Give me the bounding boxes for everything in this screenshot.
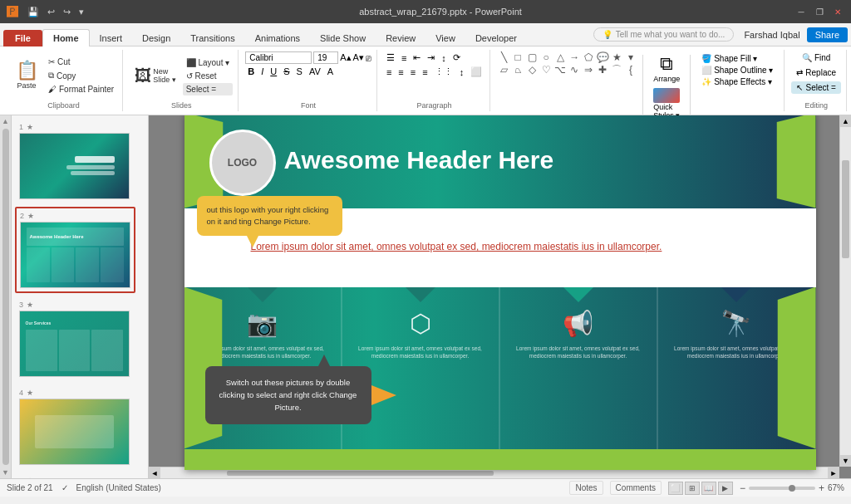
logo-circle[interactable]: LOGO — [209, 130, 276, 196]
arrange-button[interactable]: ⧉ Arrange — [648, 51, 685, 85]
v-scrollbar[interactable]: ▲ ▼ — [839, 115, 851, 467]
normal-view-btn[interactable]: ⬜ — [668, 482, 683, 495]
shape-trap[interactable]: ⏢ — [511, 64, 524, 76]
shadow-btn[interactable]: S — [294, 66, 305, 77]
shape-line[interactable]: ╲ — [497, 51, 510, 63]
tab-home[interactable]: Home — [42, 29, 90, 46]
save-quickbtn[interactable]: 💾 — [25, 6, 42, 18]
new-slide-button[interactable]: 🖼 NewSlide ▾ — [130, 63, 181, 89]
justify-btn[interactable]: ≡ — [420, 66, 430, 78]
tell-me-input[interactable]: 💡 Tell me what you want to do... — [593, 27, 735, 42]
tab-file[interactable]: File — [3, 30, 42, 46]
format-painter-button[interactable]: 🖌 Format Painter — [45, 83, 117, 95]
minimize-btn[interactable]: ─ — [794, 5, 808, 18]
close-btn[interactable]: ✕ — [831, 5, 844, 18]
slide-thumb-1[interactable]: 1 ★ — [15, 119, 135, 203]
shape-arc[interactable]: ⌒ — [610, 64, 623, 76]
slide-thumb-2[interactable]: 2 ★ Awesome Header Here — [15, 207, 135, 293]
shape-star[interactable]: ★ — [610, 51, 623, 63]
tab-developer[interactable]: Developer — [465, 30, 527, 46]
tab-animations[interactable]: Animations — [245, 30, 310, 46]
tab-review[interactable]: Review — [376, 30, 426, 46]
font-name-input[interactable] — [245, 51, 312, 64]
slide-thumb-5[interactable]: 5 ★ Financials — [15, 472, 135, 478]
text-direction-btn[interactable]: ↕ — [439, 52, 449, 64]
comments-button[interactable]: Comments — [610, 481, 662, 495]
shape-arrow[interactable]: → — [568, 51, 581, 63]
redo-quickbtn[interactable]: ↪ — [61, 6, 73, 18]
find-button[interactable]: 🔍 Find — [797, 51, 835, 64]
charspacing-btn[interactable]: AV — [307, 66, 323, 77]
shape-fill-button[interactable]: 🪣 Shape Fill ▾ — [699, 53, 775, 64]
reset-button[interactable]: ↺ Reset — [183, 70, 234, 82]
shape-brace[interactable]: { — [624, 64, 637, 76]
align-right-btn[interactable]: ≡ — [408, 66, 418, 78]
zoom-slider[interactable] — [749, 487, 815, 490]
tab-design[interactable]: Design — [132, 30, 180, 46]
lorem-text[interactable]: Lorem ipsum dolor sit amet, omnes volutp… — [251, 239, 662, 255]
shape-pentagon[interactable]: ⬠ — [582, 51, 595, 63]
columns-btn[interactable]: ⋮⋮ — [432, 66, 455, 78]
h-scroll-left[interactable]: ◄ — [149, 467, 160, 479]
increase-font-btn[interactable]: A▴ — [340, 52, 351, 63]
section-button[interactable]: Select = — [183, 83, 234, 95]
h-scroll-right[interactable]: ► — [828, 467, 839, 479]
strikethrough-btn[interactable]: S — [281, 66, 292, 77]
shape-heart[interactable]: ♡ — [539, 64, 553, 76]
convert-smartart-btn[interactable]: ⟳ — [450, 51, 463, 64]
share-button[interactable]: Share — [807, 27, 848, 42]
text-box-btn[interactable]: ⬜ — [468, 66, 485, 78]
customize-quickbtn[interactable]: ▾ — [76, 6, 86, 18]
tab-slideshow[interactable]: Slide Show — [310, 30, 376, 46]
tab-view[interactable]: View — [426, 30, 465, 46]
clear-format-btn[interactable]: ⎚ — [366, 53, 371, 63]
restore-btn[interactable]: ❐ — [813, 5, 826, 18]
zoom-in-btn[interactable]: + — [819, 482, 824, 494]
decrease-font-btn[interactable]: A▾ — [353, 52, 364, 63]
decrease-indent-btn[interactable]: ⇤ — [411, 51, 423, 64]
slide-thumb-3[interactable]: 3 ★ Our Services — [15, 296, 135, 381]
shape-chevron[interactable]: ⌥ — [553, 64, 567, 76]
shape-rect[interactable]: □ — [511, 51, 524, 63]
slideshow-btn[interactable]: ▶ — [718, 482, 733, 495]
shape-callout[interactable]: 💬 — [596, 51, 609, 63]
shape-block-arrow[interactable]: ⇒ — [582, 64, 595, 76]
tab-insert[interactable]: Insert — [90, 30, 133, 46]
shape-diamond[interactable]: ◇ — [525, 64, 539, 76]
replace-button[interactable]: ⇄ Replace — [791, 66, 841, 79]
slide-header-text[interactable]: Awesome Header Here — [284, 146, 554, 174]
shape-triangle[interactable]: △ — [553, 51, 567, 63]
shape-curve[interactable]: ∿ — [568, 64, 581, 76]
font-color-btn[interactable]: A — [325, 66, 336, 77]
scroll-down-arrow[interactable]: ▼ — [2, 467, 9, 478]
copy-button[interactable]: ⧉ Copy — [45, 69, 117, 82]
cut-button[interactable]: ✂ Cut — [45, 56, 117, 68]
shape-oval[interactable]: ○ — [539, 51, 553, 63]
tab-transitions[interactable]: Transitions — [180, 30, 244, 46]
shape-more[interactable]: ▾ — [624, 51, 637, 63]
paste-button[interactable]: 📋 Paste — [10, 58, 43, 93]
slide-thumb-4[interactable]: 4 ★ — [15, 384, 135, 469]
notes-button[interactable]: Notes — [569, 481, 603, 495]
shape-rounded-rect[interactable]: ▢ — [525, 51, 539, 63]
italic-btn[interactable]: I — [258, 66, 266, 77]
shape-cross[interactable]: ✚ — [596, 64, 609, 76]
v-scroll-down[interactable]: ▼ — [840, 455, 851, 467]
underline-btn[interactable]: U — [268, 66, 279, 77]
bold-btn[interactable]: B — [245, 66, 257, 77]
align-left-btn[interactable]: ≡ — [384, 66, 394, 78]
shape-outline-button[interactable]: ⬜ Shape Outline ▾ — [699, 65, 775, 76]
slide-panel-scrollbar[interactable]: ▲ ▼ — [0, 115, 12, 478]
increase-indent-btn[interactable]: ⇥ — [425, 51, 437, 64]
numbering-btn[interactable]: ≡ — [399, 52, 409, 64]
bullets-btn[interactable]: ☰ — [384, 51, 397, 64]
shape-parallelogram[interactable]: ▱ — [497, 64, 510, 76]
reading-view-btn[interactable]: 📖 — [701, 482, 716, 495]
select-button[interactable]: ↖ Select = — [791, 81, 840, 94]
zoom-out-btn[interactable]: − — [740, 482, 745, 494]
align-center-btn[interactable]: ≡ — [396, 66, 406, 78]
shape-effects-button[interactable]: ✨ Shape Effects ▾ — [699, 76, 775, 87]
undo-quickbtn[interactable]: ↩ — [45, 6, 57, 18]
font-size-input[interactable] — [313, 51, 338, 64]
scroll-up-arrow[interactable]: ▲ — [2, 115, 9, 127]
